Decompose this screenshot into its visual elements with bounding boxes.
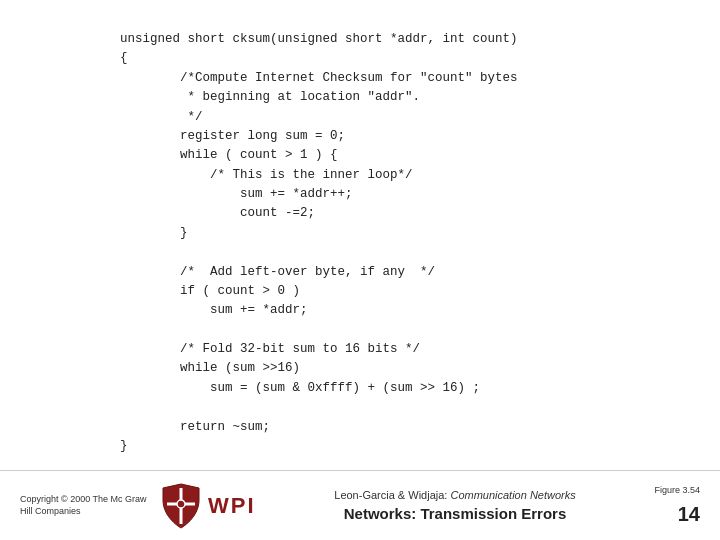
page-number: 14 — [678, 503, 700, 526]
copyright-text: Copyright © 2000 The Mc Graw Hill Compan… — [20, 494, 150, 517]
reference-book: Communication Networks — [450, 489, 575, 501]
code-display: unsigned short cksum(unsigned short *add… — [120, 30, 518, 456]
reference-label: Leon-Garcia & Widjaja: — [334, 489, 447, 501]
footer-left: Copyright © 2000 The Mc Graw Hill Compan… — [20, 482, 256, 530]
footer-title: Networks: Transmission Errors — [344, 505, 567, 522]
footer-center: Leon-Garcia & Widjaja: Communication Net… — [334, 489, 576, 522]
wpi-shield-icon — [160, 482, 202, 530]
wpi-logo: WPI — [160, 482, 256, 530]
footer: Copyright © 2000 The Mc Graw Hill Compan… — [0, 470, 720, 540]
footer-right: Figure 3.54 14 — [654, 485, 700, 526]
figure-label: Figure 3.54 — [654, 485, 700, 495]
footer-reference: Leon-Garcia & Widjaja: Communication Net… — [334, 489, 576, 501]
wpi-wordmark: WPI — [208, 493, 256, 519]
svg-point-2 — [177, 500, 185, 508]
main-content: unsigned short cksum(unsigned short *add… — [0, 0, 720, 540]
